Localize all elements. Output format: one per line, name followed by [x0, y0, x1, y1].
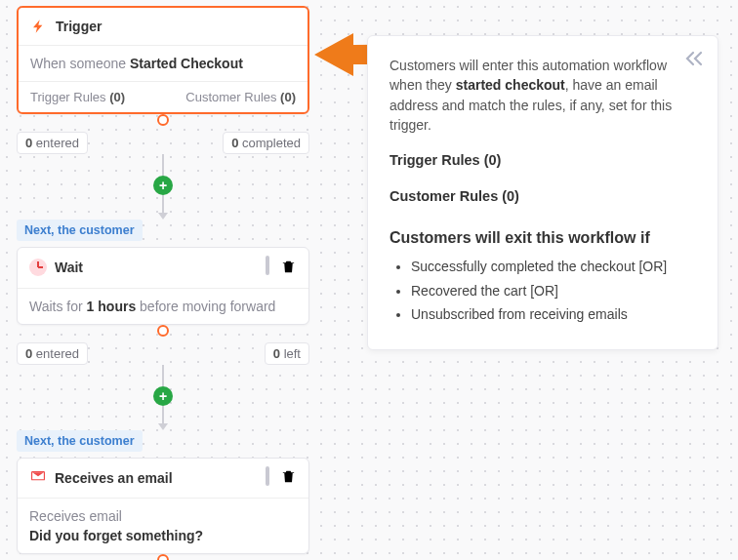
email-body: Receives email Did you forget something? — [18, 499, 308, 553]
customer-rules: Customer Rules (0) — [185, 90, 296, 104]
copy-icon — [266, 256, 269, 275]
trigger-action-prefix: When someone — [30, 56, 130, 71]
mail-icon — [29, 469, 47, 487]
panel-description: Customers will enter this automation wor… — [390, 56, 696, 135]
email-card[interactable]: Receives an email Receives email Did you… — [17, 458, 309, 555]
bolt-icon — [30, 18, 48, 35]
details-panel: Customers will enter this automation wor… — [367, 35, 718, 350]
email-title: Receives an email — [55, 470, 173, 486]
connector-line — [162, 406, 164, 423]
connector-line — [162, 195, 164, 213]
next-customer-label: Next, the customer — [17, 430, 143, 452]
panel-customer-rules: Customer Rules (0) — [390, 186, 696, 207]
collapse-panel-button[interactable] — [684, 48, 704, 73]
delete-button[interactable] — [279, 468, 297, 489]
connector-arrow — [158, 213, 168, 220]
wait-card[interactable]: Wait Waits for 1 hours before moving for… — [17, 247, 309, 325]
clock-icon — [29, 259, 47, 276]
wait-title: Wait — [55, 260, 83, 275]
trigger-rules: Trigger Rules (0) — [30, 90, 125, 104]
email-header: Receives an email — [18, 459, 308, 500]
connector-line — [162, 365, 164, 386]
duplicate-button[interactable] — [266, 468, 269, 489]
connector-node — [157, 554, 169, 560]
trigger-card[interactable]: Trigger When someone Started Checkout Tr… — [17, 6, 309, 114]
panel-trigger-rules: Trigger Rules (0) — [390, 150, 696, 171]
panel-exit-list: Successfully completed the checkout [OR]… — [390, 257, 696, 324]
connector-node — [157, 325, 169, 337]
trigger-stats: 0 entered 0 completed — [17, 132, 309, 154]
connector-node — [157, 114, 169, 126]
wait-stats: 0 entered 0 left — [17, 342, 309, 365]
next-customer-label: Next, the customer — [17, 220, 143, 241]
delete-button[interactable] — [279, 258, 297, 278]
trash-icon — [279, 258, 297, 275]
add-step-button[interactable]: + — [153, 176, 173, 195]
email-line2: Did you forget something? — [29, 528, 297, 543]
trigger-body: When someone Started Checkout — [19, 46, 308, 81]
panel-exit-heading: Customers will exit this workflow if — [390, 226, 696, 249]
trigger-completed-stat: 0 completed — [223, 132, 309, 154]
wait-body: Waits for 1 hours before moving forward — [18, 289, 308, 324]
connector-line — [162, 154, 164, 176]
trash-icon — [279, 468, 297, 486]
trigger-action-strong: Started Checkout — [130, 56, 243, 71]
email-line1: Receives email — [29, 508, 297, 524]
duplicate-button[interactable] — [266, 258, 269, 278]
copy-icon — [266, 466, 269, 486]
exit-condition: Unsubscribed from receiving emails — [411, 304, 696, 324]
trigger-title: Trigger — [56, 19, 102, 34]
exit-condition: Successfully completed the checkout [OR] — [411, 257, 696, 276]
exit-condition: Recovered the cart [OR] — [411, 281, 696, 300]
wait-header: Wait — [18, 248, 308, 289]
connector-arrow — [158, 423, 168, 430]
trigger-entered-stat: 0 entered — [17, 132, 88, 154]
trigger-card-header: Trigger — [19, 8, 308, 46]
trigger-foot: Trigger Rules (0) Customer Rules (0) — [19, 81, 308, 112]
add-step-button[interactable]: + — [153, 386, 173, 406]
wait-left-stat: 0 left — [265, 342, 309, 365]
wait-entered-stat: 0 entered — [17, 342, 88, 365]
